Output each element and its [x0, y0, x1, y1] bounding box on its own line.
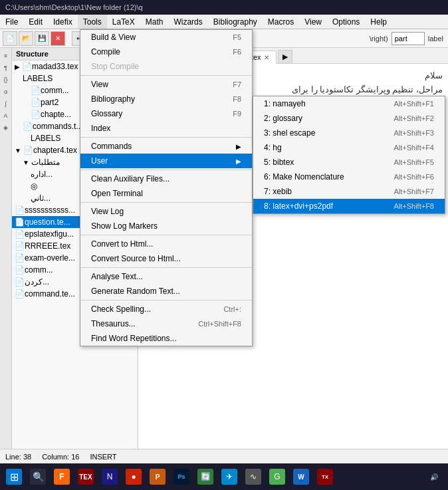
label-label: label — [426, 35, 445, 43]
file-icon: 📄 — [15, 217, 25, 227]
menu-shortcut: F6 — [233, 48, 241, 56]
menu-bibliography[interactable]: Bibliography — [208, 15, 263, 29]
file-icon: 📄 — [15, 241, 25, 251]
app-btn-3[interactable]: 🔄 — [194, 465, 217, 488]
lt-icon-6[interactable]: A — [1, 110, 11, 121]
menu-edit[interactable]: Edit — [23, 15, 48, 29]
filezilla-btn[interactable]: F — [51, 465, 73, 488]
latex-btn[interactable]: TEX — [74, 465, 97, 488]
menu-options[interactable]: Options — [327, 15, 365, 29]
menu-shortcut: F7 — [233, 80, 241, 88]
user-menu-bibtex[interactable]: 5: bibtex Alt+Shift+F5 — [253, 155, 445, 170]
menu-compile[interactable]: Compile F6 — [80, 45, 252, 59]
menu-item-label: 6: Make Nomenclature — [264, 172, 344, 182]
menu-check-spelling[interactable]: Check Spelling... Ctrl+: — [80, 302, 252, 316]
app-icon-5: G — [269, 469, 285, 485]
menu-thesaurus[interactable]: Thesaurus... Ctrl+Shift+F8 — [80, 316, 252, 331]
title-bar: C:\Users\shm\Desktop\1\New folder (12)\q — [0, 0, 448, 15]
menu-show-log-markers[interactable]: Show Log Markers — [80, 219, 252, 233]
user-menu-latex-dvi[interactable]: 8: latex+dvi+ps2pdf Alt+Shift+F8 — [253, 199, 445, 213]
menu-item-label: Stop Compile — [91, 62, 139, 71]
lt-icon-5[interactable]: ∫ — [1, 98, 11, 109]
user-menu-hg[interactable]: 4: hg Alt+Shift+F4 — [253, 140, 445, 155]
lt-icon-1[interactable]: ≡ — [1, 51, 11, 61]
menu-clean-aux[interactable]: Clean Auxiliary Files... — [80, 172, 252, 186]
tree-label: madad33.tex — [32, 62, 78, 71]
menu-view-log[interactable]: View Log — [80, 204, 252, 219]
user-menu-glossary[interactable]: 2: glossary Alt+Shift+F2 — [253, 111, 445, 126]
menu-user[interactable]: User ▶ — [80, 154, 252, 168]
menu-view[interactable]: View F7 — [80, 77, 252, 92]
menu-view[interactable]: View — [299, 15, 327, 29]
menu-item-label: Convert to Html... — [91, 239, 153, 249]
file-icon: 📄 — [15, 205, 25, 215]
tree-label: chapter4.tex — [33, 146, 77, 155]
menu-shortcut: Alt+Shift+F4 — [393, 144, 434, 152]
app-btn-4[interactable]: ∿ — [242, 465, 265, 488]
new-file-btn[interactable]: 📄 — [3, 31, 17, 46]
menu-math[interactable]: Math — [140, 15, 169, 29]
menu-open-terminal[interactable]: Open Terminal — [80, 186, 252, 201]
menu-bibliography[interactable]: Bibliography F8 — [80, 92, 252, 106]
file-icon: 📄 — [15, 265, 25, 275]
menu-convert-html[interactable]: Convert to Html... — [80, 237, 252, 251]
menu-shortcut: Alt+Shift+F6 — [393, 173, 434, 181]
menu-index[interactable]: Index — [80, 121, 252, 136]
menu-build-view[interactable]: Build & View F5 — [80, 30, 252, 45]
file-icon: 📄 — [31, 110, 41, 119]
file-icon: 📄 — [15, 229, 25, 239]
menu-glossary[interactable]: Glossary F9 — [80, 106, 252, 121]
user-menu-xebib[interactable]: 7: xebib Alt+Shift+F7 — [253, 184, 445, 199]
texstudio-btn[interactable]: TX — [314, 465, 336, 488]
menu-wizards[interactable]: Wizards — [168, 15, 207, 29]
user-menu-shel[interactable]: 3: shel escape Alt+Shift+F3 — [253, 126, 445, 140]
menu-find-word-rep[interactable]: Find Word Repetitions... — [80, 331, 252, 346]
lt-icon-3[interactable]: {} — [1, 74, 11, 85]
menu-latex[interactable]: LaTeX — [107, 15, 140, 29]
menu-shortcut: Alt+Shift+F2 — [393, 114, 434, 122]
user-submenu[interactable]: 1: namayeh Alt+Shift+F1 2: glossary Alt+… — [253, 96, 445, 214]
menu-idefix[interactable]: Idefix — [48, 15, 78, 29]
lt-icon-4[interactable]: α — [1, 86, 11, 97]
lt-icon-2[interactable]: ¶ — [1, 62, 11, 73]
search-taskbar-btn[interactable]: 🔍 — [27, 465, 49, 488]
menu-help[interactable]: Help — [365, 15, 392, 29]
user-menu-nomenclature[interactable]: 6: Make Nomenclature Alt+Shift+F6 — [253, 170, 445, 184]
photoshop-btn[interactable]: Ps — [170, 465, 193, 488]
open-btn[interactable]: 📂 — [19, 31, 33, 46]
start-button[interactable]: ⊞ — [3, 465, 25, 488]
close-btn[interactable]: ✕ — [51, 31, 65, 46]
menu-file[interactable]: File — [0, 15, 23, 29]
menu-generate-random[interactable]: Generate Random Text... — [80, 284, 252, 299]
file-icon: 📄 — [15, 277, 25, 287]
system-tray[interactable]: 🔊 — [423, 465, 445, 488]
file-icon: 📄 — [15, 253, 25, 263]
app-btn-5[interactable]: G — [266, 465, 288, 488]
app-btn-1[interactable]: N — [98, 465, 121, 488]
menu-stop-compile[interactable]: Stop Compile — [80, 59, 252, 74]
menu-shortcut: Ctrl+Shift+F8 — [198, 320, 241, 328]
user-menu-namayeh[interactable]: 1: namayeh Alt+Shift+F1 — [253, 96, 445, 111]
telegram-btn[interactable]: ✈ — [218, 465, 241, 488]
powerpoint-btn[interactable]: P — [146, 465, 169, 488]
status-bar: Line: 38 Column: 16 INSERT — [0, 449, 448, 463]
word-btn[interactable]: W — [290, 465, 312, 488]
tab-scroll-right[interactable]: ▶ — [278, 50, 292, 63]
save-btn[interactable]: 💾 — [35, 31, 49, 46]
menu-analyse-text[interactable]: Analyse Text... — [80, 269, 252, 284]
menu-macros[interactable]: Macros — [263, 15, 299, 29]
tree-label: exam-overle... — [25, 253, 75, 263]
part-input[interactable] — [392, 32, 425, 45]
lt-icon-7[interactable]: ◈ — [1, 122, 11, 133]
menu-item-label: 2: glossary — [264, 114, 302, 123]
tools-menu[interactable]: Build & View F5 Compile F6 Stop Compile … — [80, 29, 253, 346]
menu-convert-source-html[interactable]: Convert Source to Html... — [80, 251, 252, 266]
menu-item-label: 1: namayeh — [264, 99, 306, 108]
menu-shortcut: Alt+Shift+F7 — [393, 187, 434, 195]
tab-close-question[interactable]: ✕ — [264, 54, 269, 61]
tree-label: comm... — [41, 86, 69, 95]
app-btn-2[interactable]: ● — [122, 465, 145, 488]
menu-tools[interactable]: Tools — [78, 15, 107, 29]
menu-commands[interactable]: Commands ▶ — [80, 139, 252, 154]
status-column: Column: 16 — [42, 453, 79, 461]
